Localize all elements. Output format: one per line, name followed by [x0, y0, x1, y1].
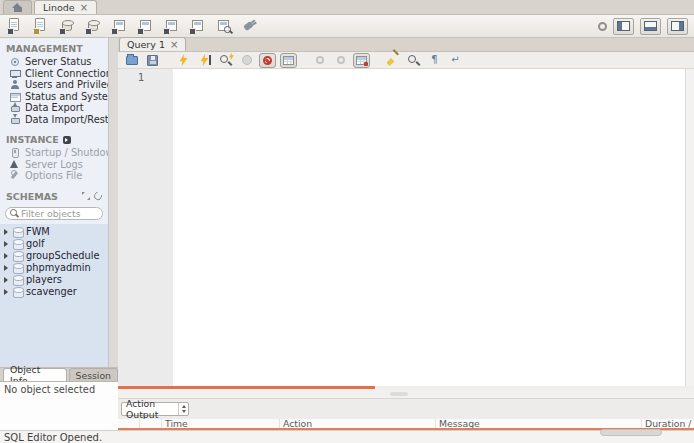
schema-filter-box	[5, 207, 103, 220]
expander-icon[interactable]	[4, 277, 8, 283]
open-sql-script-button[interactable]	[32, 17, 51, 35]
rollback-button[interactable]	[332, 53, 349, 68]
new-sql-tab-button[interactable]	[6, 17, 25, 35]
tab-object-info[interactable]: Object Info	[3, 368, 67, 381]
sidebar-item-system-variables[interactable]: Status and System Variables	[0, 91, 108, 103]
close-query-tab-icon[interactable]: ×	[170, 41, 178, 49]
data-import-icon	[9, 114, 20, 125]
splitter-grip[interactable]	[390, 392, 408, 396]
schema-filter-input[interactable]	[21, 208, 99, 219]
show-invisibles-button[interactable]: ¶	[426, 53, 443, 68]
users-privileges-icon	[9, 79, 20, 90]
output-horizontal-scrollbar-thumb[interactable]	[600, 429, 662, 436]
connection-tab[interactable]: Linode ×	[34, 0, 97, 14]
expander-icon[interactable]	[4, 229, 8, 235]
output-selector[interactable]: Action Output	[121, 402, 189, 416]
reconnect-dbms-button[interactable]	[240, 17, 259, 35]
execute-button[interactable]	[175, 53, 192, 68]
results-grid-icon	[283, 56, 294, 65]
toggle-output-panel-button[interactable]	[640, 18, 661, 35]
expander-icon[interactable]	[4, 241, 8, 247]
schema-icon	[12, 263, 22, 272]
schema-label: scavenger	[26, 286, 77, 297]
toggle-autocommit-button[interactable]	[353, 53, 370, 68]
expander-icon[interactable]	[4, 253, 8, 259]
schema-item-players[interactable]: players	[0, 274, 108, 286]
sidebar-item-data-export[interactable]: Data Export	[0, 102, 108, 114]
schema-icon	[12, 251, 22, 260]
editor-gutter: 1	[118, 69, 173, 386]
toggle-wrap-button[interactable]: ↵	[447, 53, 464, 68]
connection-status-icon	[598, 22, 607, 31]
sidebar-item-label: Status and System Variables	[25, 91, 108, 102]
sidebar-item-users-privileges[interactable]: Users and Privileges	[0, 79, 108, 91]
commit-icon	[316, 56, 324, 64]
expander-icon[interactable]	[4, 289, 8, 295]
schema-item-phpmyadmin[interactable]: phpmyadmin	[0, 262, 108, 274]
sidebar-item-label: Server Status	[25, 56, 91, 67]
rollback-icon	[337, 56, 345, 64]
save-icon	[147, 55, 158, 66]
query-tab[interactable]: Query 1 ×	[119, 37, 186, 51]
refresh-schemas-icon[interactable]	[92, 190, 103, 201]
panel-splitter[interactable]	[118, 389, 694, 398]
tab-session[interactable]: Session	[69, 368, 118, 381]
stop-execution-button[interactable]	[238, 53, 255, 68]
schema-item-golf[interactable]: golf	[0, 238, 108, 250]
create-schema-button[interactable]	[58, 17, 77, 35]
status-text: SQL Editor Opened.	[4, 432, 102, 443]
create-function-button[interactable]	[162, 17, 181, 35]
schema-icon	[12, 239, 22, 248]
sidebar-item-label: Client Connections	[25, 68, 108, 79]
sidebar-item-server-logs[interactable]: Server Logs	[0, 159, 108, 171]
execute-current-lightning-icon	[201, 54, 209, 66]
sidebar-item-options-file[interactable]: Options File	[0, 170, 108, 182]
editor-vertical-scrollbar[interactable]	[685, 69, 694, 386]
execute-current-button[interactable]	[196, 53, 213, 68]
instance-actions-icon[interactable]	[63, 136, 71, 144]
create-procedure-button[interactable]	[136, 17, 155, 35]
sidebar-item-server-status[interactable]: Server Status	[0, 56, 108, 68]
explain-button[interactable]	[217, 53, 234, 68]
window-tab-bar: Linode ×	[0, 0, 694, 15]
toggle-stop-on-error-button[interactable]	[259, 53, 276, 68]
find-button[interactable]	[405, 53, 422, 68]
create-event-button[interactable]	[188, 17, 207, 35]
sidebar-scrollbar[interactable]	[108, 38, 118, 367]
system-variables-icon	[9, 91, 20, 102]
save-script-button[interactable]	[144, 53, 161, 68]
toggle-secondary-sidebar-button[interactable]	[667, 18, 688, 35]
schema-icon	[12, 275, 22, 284]
toggle-sidebar-button[interactable]	[613, 18, 634, 35]
sidebar-item-startup-shutdown[interactable]: Startup / Shutdown	[0, 147, 108, 159]
results-grid-button[interactable]	[280, 53, 297, 68]
stop-on-error-icon	[263, 56, 272, 65]
management-section-title: MANAGEMENT	[0, 38, 108, 56]
schema-item-fwm[interactable]: FWM	[0, 226, 108, 238]
expand-schemas-icon[interactable]	[82, 192, 90, 200]
sidebar-item-client-connections[interactable]: Client Connections	[0, 68, 108, 80]
execute-lightning-icon	[180, 54, 188, 66]
create-table-button[interactable]	[84, 17, 103, 35]
beautify-sql-button[interactable]	[384, 53, 401, 68]
close-tab-icon[interactable]: ×	[80, 4, 88, 12]
object-info-panel: Object Info Session No object selected	[0, 367, 118, 430]
sidebar-item-data-import[interactable]: Data Import/Restore	[0, 114, 108, 126]
open-script-button[interactable]	[123, 53, 140, 68]
column-header-status	[118, 419, 140, 428]
search-table-data-button[interactable]	[214, 17, 233, 35]
explain-magnifier-icon	[220, 55, 231, 66]
schema-item-groupschedule[interactable]: groupSchedule	[0, 250, 108, 262]
commit-button[interactable]	[311, 53, 328, 68]
create-view-button[interactable]	[110, 17, 129, 35]
editor-toolbar: ¶ ↵	[118, 52, 694, 69]
stepper-icon[interactable]	[178, 403, 188, 415]
schema-icon	[12, 287, 22, 296]
sql-editor-surface[interactable]: 1	[118, 69, 694, 386]
find-magnifier-icon	[408, 55, 419, 66]
schema-item-scavenger[interactable]: scavenger	[0, 286, 108, 298]
schema-label: players	[26, 274, 62, 285]
expander-icon[interactable]	[4, 265, 8, 271]
sidebar-item-label: Data Export	[25, 102, 84, 113]
home-tab[interactable]	[3, 0, 32, 14]
